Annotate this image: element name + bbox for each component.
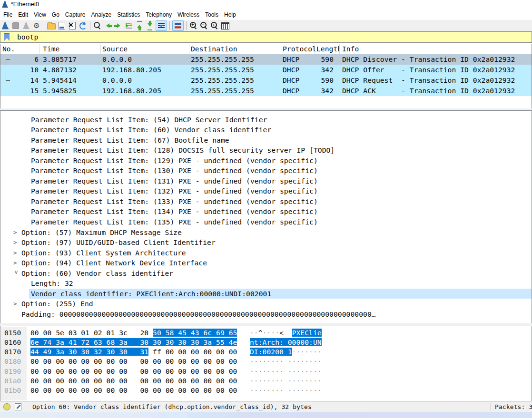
column-separator[interactable] — [189, 44, 189, 54]
menu-analyze[interactable]: Analyze — [91, 11, 112, 18]
capture-options-button[interactable] — [32, 21, 41, 30]
reload-file-button[interactable] — [78, 21, 88, 30]
hex-row[interactable]: 015000 00 5e 03 01 02 01 3c 20 50 58 45 … — [0, 328, 532, 338]
detail-row[interactable]: Padding: 0000000000000000000000000000000… — [0, 309, 532, 320]
detail-row[interactable]: Parameter Request List Item: (129) PXE -… — [0, 156, 532, 166]
collapsed-arrow-icon[interactable]: > — [13, 248, 19, 258]
go-first-button[interactable] — [135, 21, 144, 30]
hex-row[interactable]: 01b000 00 00 00 00 00 00 00 00 00 00 00 … — [0, 386, 532, 395]
detail-row[interactable]: Parameter Request List Item: (134) PXE -… — [0, 206, 532, 217]
packet-cell-destination: 255.255.255.255 — [191, 87, 254, 95]
zoom-out-button[interactable] — [199, 21, 209, 30]
detail-row[interactable]: Parameter Request List Item: (130) PXE -… — [0, 165, 532, 176]
hex-bytes-line: 00 00 00 00 00 00 00 00 00 00 00 00 00 0… — [30, 357, 322, 366]
start-capture-button[interactable] — [0, 21, 10, 30]
column-header-destination[interactable]: Destination — [191, 45, 237, 53]
filter-bookmark-button[interactable] — [0, 32, 14, 42]
collapsed-arrow-icon[interactable]: > — [13, 227, 19, 238]
packet-row[interactable]: 145.9454140.0.0.0255.255.255.255DHCP590D… — [0, 75, 532, 86]
column-separator[interactable] — [100, 44, 101, 54]
packet-row[interactable]: 104.887132192.168.80.205255.255.255.255D… — [0, 65, 532, 75]
close-file-button[interactable] — [68, 21, 77, 30]
menu-view[interactable]: View — [34, 11, 46, 18]
go-back-button[interactable] — [103, 21, 113, 30]
stop-capture-button[interactable] — [11, 21, 20, 30]
menu-telephony[interactable]: Telephony — [146, 11, 172, 18]
column-header-length[interactable]: Length — [316, 45, 339, 53]
packet-cell-info: DHCP Offer - Transaction ID 0x2a012932 — [342, 66, 515, 74]
hex-row[interactable]: 01a000 00 00 00 00 00 00 00 00 00 00 00 … — [0, 376, 532, 386]
save-file-button[interactable] — [57, 21, 67, 30]
restart-capture-button[interactable] — [21, 21, 31, 30]
menu-edit[interactable]: Edit — [18, 11, 28, 18]
column-separator[interactable] — [39, 44, 40, 54]
column-separator[interactable] — [339, 44, 340, 54]
detail-text: Parameter Request List Item: (131) PXE -… — [31, 176, 318, 186]
zoom-in-button[interactable] — [189, 21, 198, 30]
find-packet-button[interactable] — [93, 21, 102, 30]
detail-row[interactable]: >Option: (60) Vendor class identifier — [0, 268, 532, 279]
menu-tools[interactable]: Tools — [205, 11, 218, 18]
hex-row[interactable]: 018000 00 00 00 00 00 00 00 00 00 00 00 … — [0, 357, 532, 366]
detail-row[interactable]: Parameter Request List Item: (67) Bootfi… — [0, 135, 532, 146]
packet-cell-time: 4.887132 — [43, 66, 77, 74]
go-forward-button[interactable] — [114, 21, 123, 30]
detail-row[interactable]: >Option: (93) Client System Architecture — [0, 248, 532, 258]
main-toolbar — [0, 20, 532, 31]
detail-row[interactable]: Length: 32 — [0, 278, 532, 289]
expert-info-icon[interactable] — [3, 403, 10, 410]
detail-row[interactable]: Parameter Request List Item: (60) Vendor… — [0, 125, 532, 135]
column-separator[interactable] — [281, 44, 281, 54]
column-header-source[interactable]: Source — [102, 45, 128, 53]
detail-row[interactable]: Parameter Request List Item: (128) DOCSI… — [0, 145, 532, 156]
detail-row[interactable]: Parameter Request List Item: (54) DHCP S… — [0, 115, 532, 125]
hex-dump-pane: 015000 00 5e 03 01 02 01 3c 20 50 58 45 … — [0, 326, 532, 401]
collapsed-arrow-icon[interactable]: > — [13, 299, 19, 309]
hex-row[interactable]: 01606e 74 3a 41 72 63 68 3a 30 30 30 30 … — [0, 338, 532, 347]
detail-row[interactable]: Parameter Request List Item: (135) PXE -… — [0, 217, 532, 227]
menu-capture[interactable]: Capture — [65, 11, 86, 18]
detail-row[interactable]: Parameter Request List Item: (133) PXE -… — [0, 196, 532, 207]
column-header-info[interactable]: Info — [342, 45, 359, 53]
hex-offset: 01b0 — [4, 386, 21, 395]
packet-cell-info: DHCP Request - Transaction ID 0x2a012932 — [342, 76, 515, 84]
detail-row[interactable]: >Option: (94) Client Network Device Inte… — [0, 258, 532, 268]
go-to-packet-button[interactable] — [124, 21, 134, 30]
detail-row[interactable]: >Option: (255) End — [0, 299, 532, 309]
detail-text: Option: (57) Maximum DHCP Message Size — [21, 227, 182, 238]
colorize-button[interactable] — [172, 20, 184, 31]
filter-input[interactable]: bootp — [17, 33, 38, 41]
open-file-button[interactable] — [47, 21, 56, 30]
go-last-button[interactable] — [145, 21, 155, 30]
column-header-no[interactable]: No. — [2, 45, 15, 53]
resize-columns-button[interactable] — [220, 21, 230, 30]
menu-go[interactable]: Go — [52, 11, 59, 18]
detail-row[interactable]: >Option: (97) UUID/GUID-based Client Ide… — [0, 237, 532, 248]
zoom-reset-button[interactable] — [210, 21, 219, 30]
detail-row[interactable]: Parameter Request List Item: (131) PXE -… — [0, 176, 532, 186]
hex-row[interactable]: 019000 00 00 00 00 00 00 00 00 00 00 00 … — [0, 367, 532, 376]
menu-help[interactable]: Help — [224, 11, 236, 18]
autoscroll-button[interactable] — [156, 20, 167, 31]
capture-comment-icon[interactable] — [15, 403, 21, 410]
collapsed-arrow-icon[interactable]: > — [13, 258, 19, 268]
close-file-icon — [69, 22, 76, 29]
column-header-time[interactable]: Time — [43, 45, 59, 53]
detail-row[interactable]: >Option: (57) Maximum DHCP Message Size — [0, 227, 532, 238]
expanded-arrow-icon[interactable]: > — [11, 270, 21, 276]
wireshark-window: *Ethernet0 FileEditViewGoCaptureAnalyzeS… — [0, 0, 532, 418]
menu-file[interactable]: File — [3, 11, 12, 18]
filter-bar[interactable]: bootp — [0, 31, 532, 43]
detail-row[interactable]: Vendor class identifier: PXEClient:Arch:… — [0, 289, 532, 299]
menu-wireless[interactable]: Wireless — [177, 11, 199, 18]
status-bar: Option 60: Vendor class identifier (dhcp… — [0, 401, 532, 412]
menu-statistics[interactable]: Statistics — [117, 11, 140, 18]
packet-row[interactable]: 63.8857170.0.0.0255.255.255.255DHCP590DH… — [0, 54, 532, 65]
packet-cell-no: 6 — [0, 55, 39, 63]
column-header-protocol[interactable]: Protocol — [283, 45, 316, 53]
packet-cell-time: 5.945825 — [43, 87, 77, 95]
detail-row[interactable]: Parameter Request List Item: (132) PXE -… — [0, 186, 532, 196]
packet-row[interactable]: 155.945825192.168.80.205255.255.255.255D… — [0, 86, 532, 96]
collapsed-arrow-icon[interactable]: > — [13, 237, 19, 248]
hex-row[interactable]: 017044 49 3a 30 30 32 30 30 31 ff 00 00 … — [0, 347, 532, 357]
